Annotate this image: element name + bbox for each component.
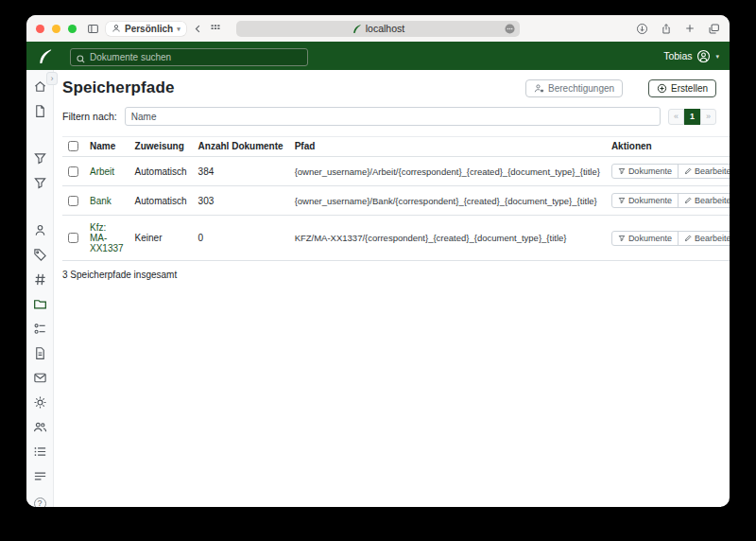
tab-overview-icon[interactable] (210, 23, 221, 34)
show-tabs-icon[interactable] (708, 23, 720, 35)
page-title: Speicherpfade (62, 79, 174, 97)
profile-label: Persönlich (125, 24, 173, 34)
select-all-checkbox[interactable] (68, 141, 78, 151)
browser-window: Persönlich ▾ localhost (26, 15, 730, 507)
row-checkbox[interactable] (68, 166, 78, 177)
minimize-window-button[interactable] (52, 25, 60, 33)
pencil-icon (684, 167, 692, 175)
sidebar-item-custom-fields[interactable] (33, 322, 47, 336)
help-icon[interactable]: ? (34, 497, 46, 507)
downloads-icon[interactable] (636, 23, 648, 35)
assignment-cell: Automatisch (129, 157, 193, 186)
table-row: Bank Automatisch 303 {owner_username}/Ba… (62, 186, 730, 216)
row-actions: Dokumente Bearbeiten Löschen (611, 231, 730, 246)
share-icon[interactable] (661, 23, 672, 35)
pencil-icon (684, 197, 692, 204)
row-checkbox[interactable] (68, 233, 78, 243)
document-search (70, 47, 308, 65)
permissions-button-label: Berechtigungen (548, 83, 614, 94)
filter-funnel-icon (618, 197, 626, 204)
sidebar-item-storage-paths[interactable] (33, 297, 47, 311)
edit-button-label: Bearbeiten (695, 166, 730, 176)
row-actions: Dokumente Bearbeiten Löschen (611, 193, 730, 208)
sidebar-item-dashboard[interactable] (33, 79, 47, 94)
documents-button-label: Dokumente (628, 166, 672, 176)
edit-button[interactable]: Bearbeiten (678, 164, 730, 179)
back-icon[interactable] (193, 23, 203, 35)
storage-path-link[interactable]: Bank (90, 196, 112, 206)
filter-label: Filtern nach: (62, 111, 117, 122)
table-row: Kfz: MA-XX1337 Keiner 0 KFZ/MA-XX1337/{c… (62, 216, 730, 261)
sidebar-item-tags[interactable] (33, 248, 47, 262)
window-controls (36, 25, 77, 33)
sidebar-item-saved-view-1[interactable] (33, 151, 47, 166)
pagination-page-1[interactable]: 1 (684, 109, 700, 125)
settings-icon[interactable] (33, 395, 47, 410)
count-cell: 303 (193, 186, 289, 216)
path-cell: KFZ/MA-XX1337/{correspondent}_{created}_… (289, 216, 606, 261)
address-bar[interactable]: localhost (236, 21, 520, 37)
storage-path-link[interactable]: Arbeit (90, 166, 114, 177)
edit-button-label: Bearbeiten (695, 234, 730, 243)
filter-funnel-icon (618, 235, 626, 242)
create-button-label: Erstellen (671, 83, 708, 94)
search-icon (76, 51, 86, 68)
profile-button[interactable]: Persönlich ▾ (106, 22, 186, 36)
permissions-button[interactable]: Berechtigungen (525, 79, 623, 97)
close-window-button[interactable] (36, 25, 44, 33)
pagination: « 1 » (668, 109, 716, 125)
edit-button[interactable]: Bearbeiten (678, 231, 730, 246)
edit-button[interactable]: Bearbeiten (678, 193, 730, 208)
create-button[interactable]: Erstellen (648, 79, 716, 97)
user-menu[interactable]: Tobias ▾ (663, 49, 719, 63)
sidebar-item-workflows[interactable] (33, 346, 47, 360)
zoom-window-button[interactable] (68, 25, 77, 33)
documents-button[interactable]: Dokumente (611, 193, 679, 208)
filter-funnel-icon (618, 167, 626, 175)
app-sidebar: ? (26, 70, 54, 507)
assignment-cell: Automatisch (129, 186, 193, 216)
column-header-name[interactable]: Name (84, 137, 129, 157)
main-area: ? › Speicherpfade Berechtigungen (26, 70, 730, 507)
name-filter-input[interactable] (125, 107, 661, 126)
sidebar-toggle-icon[interactable] (87, 23, 99, 35)
sidebar-item-documents[interactable] (33, 104, 47, 118)
column-header-anzahl[interactable]: Anzahl Dokumente (193, 137, 289, 157)
assignment-cell: Keiner (129, 216, 193, 261)
sidebar-item-correspondents[interactable] (33, 223, 47, 237)
sidebar-expand-button[interactable]: › (46, 72, 58, 85)
row-checkbox[interactable] (68, 196, 78, 206)
documents-button[interactable]: Dokumente (611, 231, 679, 246)
address-text: localhost (366, 23, 404, 34)
new-tab-icon[interactable] (684, 23, 696, 34)
site-favicon (352, 24, 362, 34)
column-header-aktionen: Aktionen (606, 137, 730, 157)
column-header-zuweisung[interactable]: Zuweisung (129, 137, 193, 157)
path-cell: {owner_username}/Arbeit/{correspondent}_… (289, 157, 606, 186)
logs-icon[interactable] (33, 445, 47, 459)
pagination-next-button[interactable]: » (700, 109, 716, 125)
search-input[interactable] (70, 48, 308, 66)
total-count-text: 3 Speicherpfade insgesamt (62, 270, 716, 280)
table-header-row: Name Zuweisung Anzahl Dokumente Pfad Akt… (62, 137, 730, 157)
person-icon (112, 24, 121, 33)
table-row: Arbeit Automatisch 384 {owner_username}/… (62, 157, 730, 186)
paperless-logo-icon[interactable] (37, 48, 53, 64)
documents-button-label: Dokumente (628, 196, 672, 205)
storage-path-link[interactable]: Kfz: MA-XX1337 (90, 222, 124, 253)
documents-button[interactable]: Dokumente (611, 164, 679, 179)
sidebar-item-saved-view-2[interactable] (33, 176, 47, 190)
documents-button-label: Dokumente (628, 234, 672, 243)
users-groups-icon[interactable] (33, 420, 47, 434)
tasks-icon[interactable] (33, 469, 47, 483)
count-cell: 384 (193, 157, 289, 186)
sidebar-item-mail[interactable] (33, 371, 47, 385)
page-menu-icon[interactable] (504, 23, 516, 37)
avatar-icon (696, 49, 711, 63)
storage-paths-table: Name Zuweisung Anzahl Dokumente Pfad Akt… (62, 136, 730, 261)
column-header-pfad[interactable]: Pfad (289, 137, 606, 157)
page-header: Speicherpfade Berechtigungen Erstellen (62, 79, 716, 97)
pagination-prev-button[interactable]: « (668, 109, 684, 125)
sidebar-item-document-types[interactable] (33, 272, 47, 287)
header-actions: Berechtigungen Erstellen (525, 79, 716, 97)
